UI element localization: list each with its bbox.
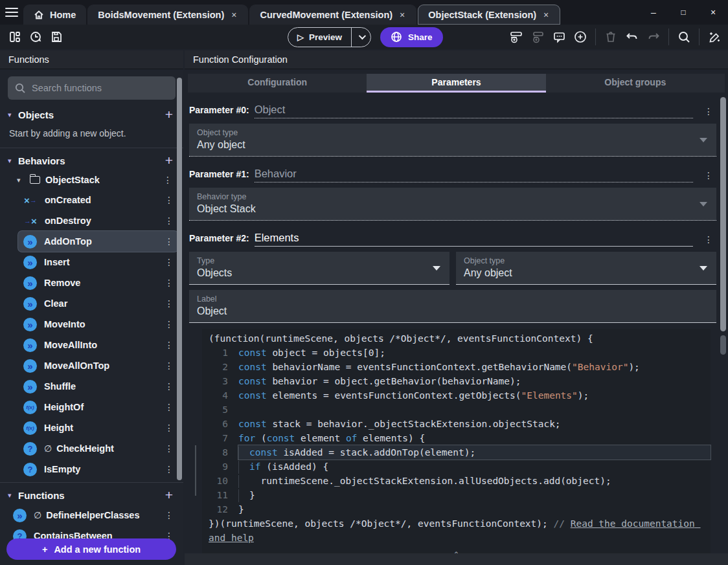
sidebar-item-clear[interactable]: »Clear⋮ [18,293,178,314]
code-line-content: } [238,488,711,502]
sidebar-item-definehelperclasses[interactable]: »∅DefineHelperClasses⋮ [8,505,178,526]
add-object-button[interactable]: + [163,107,176,122]
sidebar-item-label: HeightOf [44,402,84,412]
kebab-menu-icon[interactable]: ⋮ [160,175,176,185]
add-new-function-button[interactable]: + Add a new function [6,538,176,560]
sidebar-item-addontop[interactable]: »AddOnTop⋮ [18,231,178,252]
preview-options-button[interactable] [351,28,370,47]
kebab-menu-icon[interactable]: ⋮ [161,381,177,392]
sidebar-item-heightof[interactable]: f(x)HeightOf⋮ [18,397,178,417]
kebab-menu-icon[interactable]: ⋮ [161,278,177,288]
kebab-menu-icon[interactable]: ⋮ [161,402,177,412]
close-tab-icon[interactable]: × [542,10,550,20]
add-new-function-label: Add a new function [54,544,141,555]
share-button[interactable]: Share [380,27,443,47]
search-functions-input[interactable] [32,83,161,93]
parameter-1-name-input[interactable]: Behavior [255,168,693,183]
bottom-strip [185,553,728,565]
kebab-menu-icon[interactable]: ⋮ [161,340,177,350]
add-circle-icon[interactable] [571,27,590,47]
kebab-menu-icon[interactable]: ⋮ [161,257,177,267]
kebab-menu-icon[interactable]: ⋮ [161,216,177,226]
sidebar-item-label: MoveAllInto [44,340,97,350]
toggle-panels-icon[interactable] [5,27,25,47]
kebab-menu-icon[interactable]: ⋮ [161,319,177,329]
add-subevent-icon[interactable] [528,27,547,47]
tab-configuration[interactable]: Configuration [188,74,367,93]
toolbar-left-icons [5,27,66,47]
redo-icon[interactable] [644,27,663,47]
sidebar-item-remove[interactable]: »Remove⋮ [18,272,178,293]
kebab-menu-icon[interactable]: ⋮ [161,236,177,247]
toolbar-divider [595,28,596,45]
editor-scrollbar[interactable] [720,335,726,355]
sidebar-item-shuffle[interactable]: »Shuffle⋮ [18,376,178,397]
sidebar-item-insert[interactable]: »Insert⋮ [18,252,178,272]
close-tab-icon[interactable]: × [398,10,406,20]
kebab-menu-icon[interactable]: ⋮ [161,360,177,371]
kebab-menu-icon[interactable]: ⋮ [701,170,716,181]
kebab-menu-icon[interactable]: ⋮ [701,106,716,116]
code-line-content: } [238,502,711,516]
search-toolbar-icon[interactable] [674,27,694,47]
action-function-icon: » [23,380,37,393]
add-function-plus-button[interactable]: + [163,487,176,503]
sidebar-item-isempty[interactable]: ?IsEmpty⋮ [18,459,178,480]
dropdown-arrow-icon [700,266,707,271]
kebab-menu-icon[interactable]: ⋮ [161,443,177,454]
functions-section-header[interactable]: ▾ Functions + [0,485,183,505]
parameter-2-type-select[interactable]: Type Objects [189,252,449,285]
sidebar-item-moveinto[interactable]: »MoveInto⋮ [18,314,178,335]
sidebar-item-oncreated[interactable]: ×→onCreated⋮ [18,190,178,210]
kebab-menu-icon[interactable]: ⋮ [161,464,177,474]
minimize-button[interactable]: – [639,7,668,17]
line-number: 2 [202,360,238,374]
sidebar-item-moveallontop[interactable]: »MoveAllOnTop⋮ [18,355,178,376]
close-tab-icon[interactable]: × [230,10,238,20]
behavior-folder-objectstack[interactable]: ▾ ObjectStack ⋮ [0,170,183,190]
sidebar-scrollbar[interactable] [177,78,182,480]
magic-edit-icon[interactable] [705,27,724,47]
tab-home[interactable]: Home [23,5,86,25]
tab-object-groups[interactable]: Object groups [546,74,725,93]
delete-icon[interactable] [601,27,620,47]
hamburger-menu-icon[interactable] [0,0,23,25]
kebab-menu-icon[interactable]: ⋮ [161,510,177,520]
parameter-0-object-type-select[interactable]: Object type Any object [189,124,716,157]
collapse-arrow-icon: ▾ [8,111,18,119]
parameter-1-row: Parameter #1: Behavior ⋮ [189,168,716,183]
parameter-2-label-input[interactable]: Label Object [189,290,716,323]
tab-curvedmovement-extension-[interactable]: CurvedMovement (Extension)× [249,5,416,25]
sidebar-item-moveallinto[interactable]: »MoveAllInto⋮ [18,335,178,355]
behaviors-section-header[interactable]: ▾ Behaviors + [0,151,183,170]
sidebar-item-label: DefineHelperClasses [46,510,139,520]
kebab-menu-icon[interactable]: ⋮ [161,195,177,205]
parameter-1-behavior-type-select[interactable]: Behavior type Object Stack [189,188,716,221]
kebab-menu-icon[interactable]: ⋮ [701,234,716,245]
action-function-icon: » [23,256,37,269]
undo-icon[interactable] [622,27,642,47]
code-editor[interactable]: (function(runtimeScene, objects /*Object… [202,329,711,553]
maximize-button[interactable]: □ [668,8,698,17]
sidebar-item-checkheight[interactable]: ?∅CheckHeight⋮ [18,438,178,459]
parameter-2-name-input[interactable]: Elements [255,232,693,247]
tab-parameters[interactable]: Parameters [367,74,545,93]
tab-objectstack-extension-[interactable]: ObjectStack (Extension)× [418,5,560,25]
save-icon[interactable] [47,27,66,47]
divider [0,482,183,483]
tab-boidsmovement-extension-[interactable]: BoidsMovement (Extension)× [87,5,248,25]
close-window-button[interactable]: × [698,7,728,17]
kebab-menu-icon[interactable]: ⋮ [161,298,177,309]
main-scrollbar[interactable] [720,97,726,331]
parameter-2-object-type-select[interactable]: Object type Any object [456,252,716,285]
objects-section-header[interactable]: ▾ Objects + [0,105,183,124]
parameter-0-name-input[interactable]: Object [255,104,693,118]
sidebar-item-ondestroy[interactable]: →×onDestroy⋮ [18,210,178,231]
add-comment-icon[interactable] [549,27,569,47]
version-history-icon[interactable] [26,27,45,47]
add-behavior-button[interactable]: + [163,153,176,168]
add-event-icon[interactable] [506,27,526,47]
preview-button[interactable]: ▷ Preview [288,32,351,42]
kebab-menu-icon[interactable]: ⋮ [161,423,177,433]
sidebar-item-height[interactable]: f(x)Height⋮ [18,417,178,438]
